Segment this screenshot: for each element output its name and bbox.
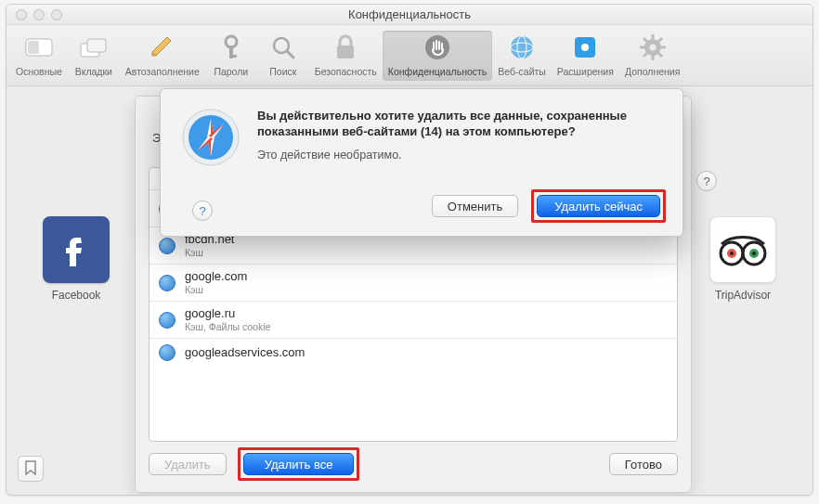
globe-icon	[159, 344, 176, 361]
svg-point-31	[752, 252, 756, 255]
tabs-icon	[80, 37, 108, 59]
cancel-button[interactable]: Отменить	[432, 195, 518, 217]
favorite-label: Facebook	[52, 289, 101, 302]
preferences-window: Конфиденциальность Основные Вкладки Авто…	[6, 4, 813, 496]
tab-websites[interactable]: Веб-сайты	[492, 31, 552, 81]
favorite-facebook[interactable]: Facebook	[25, 216, 127, 302]
tab-privacy[interactable]: Конфиденциальность	[383, 31, 493, 81]
key-icon	[219, 34, 243, 62]
svg-point-11	[511, 36, 533, 58]
pencil-icon	[149, 35, 176, 61]
site-name: google.com	[185, 270, 247, 283]
tab-extensions[interactable]: Расширения	[552, 31, 619, 81]
puzzle-icon	[572, 34, 598, 62]
safari-icon	[181, 108, 240, 167]
question-icon: ?	[703, 174, 709, 188]
hand-icon	[424, 34, 450, 62]
svg-point-15	[581, 44, 589, 51]
highlight-frame: Удалить все	[238, 447, 360, 481]
site-row[interactable]: google.ru Кэш, Файлы cookie	[150, 302, 677, 339]
svg-rect-1	[28, 41, 39, 54]
dialog-subtext: Это действие необратимо.	[257, 149, 664, 162]
svg-line-22	[644, 38, 647, 42]
svg-line-25	[644, 53, 647, 57]
dialog-help-button[interactable]: ?	[192, 200, 213, 221]
globe-icon	[159, 275, 176, 291]
svg-rect-3	[87, 39, 106, 52]
lock-icon	[334, 34, 357, 62]
question-icon: ?	[199, 204, 205, 218]
window-title: Конфиденциальность	[6, 7, 812, 21]
highlight-frame: Удалить сейчас	[531, 189, 666, 223]
sheet-button-row: Удалить Удалить все Готово	[149, 447, 678, 481]
svg-point-17	[649, 45, 656, 51]
globe-icon	[509, 34, 535, 62]
bookmark-icon	[25, 460, 36, 478]
dialog-title: Вы действительно хотите удалить все данн…	[257, 108, 664, 139]
svg-line-8	[287, 51, 293, 58]
titlebar: Конфиденциальность	[6, 5, 812, 25]
confirm-delete-button[interactable]: Удалить сейчас	[537, 195, 660, 217]
site-meta: Кэш	[185, 283, 247, 296]
dialog-message: Вы действительно хотите удалить все данн…	[257, 108, 664, 162]
site-name: google.ru	[185, 307, 270, 320]
tab-general[interactable]: Основные	[10, 31, 68, 81]
confirm-dialog: Вы действительно хотите удалить все данн…	[160, 88, 683, 237]
search-icon	[271, 35, 295, 61]
preferences-toolbar: Основные Вкладки Автозаполнение Пароли	[6, 25, 812, 86]
svg-rect-9	[337, 45, 354, 58]
site-meta: Кэш	[185, 246, 235, 259]
globe-icon	[159, 312, 176, 329]
gear-icon	[640, 34, 666, 62]
globe-icon	[159, 238, 176, 254]
facebook-tile-icon	[43, 216, 110, 283]
favorite-tripadvisor[interactable]: TripAdvisor	[692, 216, 794, 302]
tab-security[interactable]: Безопасность	[309, 31, 383, 81]
delete-all-button[interactable]: Удалить все	[243, 453, 355, 475]
site-row[interactable]: googleadservices.com	[150, 339, 677, 367]
tab-autofill[interactable]: Автозаполнение	[120, 31, 205, 81]
site-name: googleadservices.com	[185, 346, 305, 359]
svg-point-30	[730, 252, 734, 255]
tab-passwords[interactable]: Пароли	[205, 31, 257, 81]
tab-search[interactable]: Поиск	[257, 31, 309, 81]
done-button[interactable]: Готово	[609, 453, 678, 475]
favorite-label: TripAdvisor	[715, 289, 771, 302]
site-meta: Кэш, Файлы cookie	[185, 320, 270, 333]
switch-icon	[25, 36, 53, 60]
svg-line-23	[658, 53, 662, 57]
bookmarks-button[interactable]	[18, 456, 44, 482]
tripadvisor-tile-icon	[709, 216, 776, 283]
content-area: Facebook TripAdvisor Эт пр сл йтов. ?	[6, 86, 812, 495]
delete-button[interactable]: Удалить	[149, 453, 227, 475]
help-button[interactable]: ?	[696, 171, 717, 191]
svg-rect-6	[229, 55, 237, 58]
tab-advanced[interactable]: Дополнения	[619, 31, 685, 81]
site-row[interactable]: google.com Кэш	[150, 265, 677, 302]
svg-line-24	[658, 38, 662, 42]
tab-tabs[interactable]: Вкладки	[68, 31, 120, 81]
dialog-actions: Отменить Удалить сейчас	[432, 189, 666, 223]
